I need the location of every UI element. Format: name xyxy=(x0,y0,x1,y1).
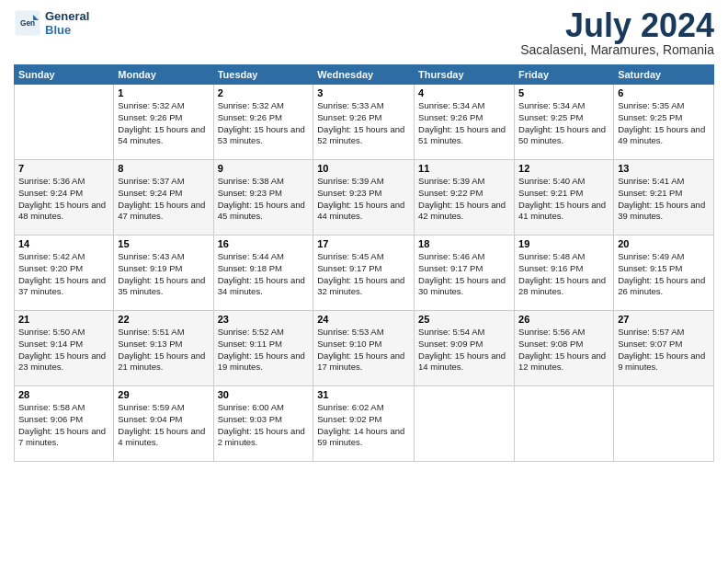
calendar-cell: 1Sunrise: 5:32 AM Sunset: 9:26 PM Daylig… xyxy=(114,85,213,160)
day-info: Sunrise: 5:48 AM Sunset: 9:16 PM Dayligh… xyxy=(518,251,609,298)
day-info: Sunrise: 5:59 AM Sunset: 9:04 PM Dayligh… xyxy=(118,402,209,449)
day-info: Sunrise: 5:57 AM Sunset: 9:07 PM Dayligh… xyxy=(618,327,710,373)
calendar-week-2: 7Sunrise: 5:36 AM Sunset: 9:24 PM Daylig… xyxy=(15,160,714,236)
day-number: 4 xyxy=(418,87,510,98)
calendar-page: Gen General Blue July 2024 Sacalaseni, M… xyxy=(0,0,728,563)
day-number: 31 xyxy=(317,389,410,400)
day-number: 29 xyxy=(118,389,209,400)
day-number: 11 xyxy=(418,163,510,174)
day-number: 18 xyxy=(418,238,510,249)
svg-text:Gen: Gen xyxy=(20,19,35,28)
calendar-cell: 21Sunrise: 5:50 AM Sunset: 9:14 PM Dayli… xyxy=(15,311,114,386)
day-info: Sunrise: 5:39 AM Sunset: 9:22 PM Dayligh… xyxy=(418,176,510,223)
day-number: 20 xyxy=(618,238,710,249)
day-info: Sunrise: 5:54 AM Sunset: 9:09 PM Dayligh… xyxy=(418,327,510,373)
calendar-cell: 24Sunrise: 5:53 AM Sunset: 9:10 PM Dayli… xyxy=(313,311,415,386)
calendar-cell: 3Sunrise: 5:33 AM Sunset: 9:26 PM Daylig… xyxy=(313,85,415,160)
calendar-cell: 23Sunrise: 5:52 AM Sunset: 9:11 PM Dayli… xyxy=(213,311,313,386)
calendar-cell: 6Sunrise: 5:35 AM Sunset: 9:25 PM Daylig… xyxy=(614,85,714,160)
calendar-header-friday: Friday xyxy=(515,65,614,85)
day-number: 12 xyxy=(518,163,609,174)
day-number: 22 xyxy=(118,314,209,325)
day-info: Sunrise: 5:36 AM Sunset: 9:24 PM Dayligh… xyxy=(18,176,109,223)
location-subtitle: Sacalaseni, Maramures, Romania xyxy=(520,42,714,57)
day-number: 9 xyxy=(218,163,310,174)
page-header: Gen General Blue July 2024 Sacalaseni, M… xyxy=(14,9,714,57)
calendar-cell: 4Sunrise: 5:34 AM Sunset: 9:26 PM Daylig… xyxy=(415,85,515,160)
day-number: 21 xyxy=(18,314,109,325)
calendar-cell: 8Sunrise: 5:37 AM Sunset: 9:24 PM Daylig… xyxy=(114,160,213,236)
day-info: Sunrise: 5:33 AM Sunset: 9:26 PM Dayligh… xyxy=(317,100,410,147)
day-info: Sunrise: 5:51 AM Sunset: 9:13 PM Dayligh… xyxy=(118,327,209,373)
day-number: 16 xyxy=(218,238,310,249)
calendar-week-3: 14Sunrise: 5:42 AM Sunset: 9:20 PM Dayli… xyxy=(15,236,714,311)
calendar-cell: 12Sunrise: 5:40 AM Sunset: 9:21 PM Dayli… xyxy=(515,160,614,236)
day-info: Sunrise: 5:34 AM Sunset: 9:25 PM Dayligh… xyxy=(518,100,609,147)
calendar-header-tuesday: Tuesday xyxy=(213,65,313,85)
calendar-week-4: 21Sunrise: 5:50 AM Sunset: 9:14 PM Dayli… xyxy=(15,311,714,386)
day-number: 30 xyxy=(218,389,310,400)
calendar-table: SundayMondayTuesdayWednesdayThursdayFrid… xyxy=(14,64,714,462)
calendar-cell: 9Sunrise: 5:38 AM Sunset: 9:23 PM Daylig… xyxy=(213,160,313,236)
day-number: 1 xyxy=(118,87,209,98)
day-info: Sunrise: 5:34 AM Sunset: 9:26 PM Dayligh… xyxy=(418,100,510,147)
day-info: Sunrise: 5:37 AM Sunset: 9:24 PM Dayligh… xyxy=(118,176,209,223)
day-number: 23 xyxy=(218,314,310,325)
calendar-header-row: SundayMondayTuesdayWednesdayThursdayFrid… xyxy=(15,65,714,85)
month-title: July 2024 xyxy=(520,9,714,42)
day-info: Sunrise: 5:58 AM Sunset: 9:06 PM Dayligh… xyxy=(18,402,109,449)
day-info: Sunrise: 5:50 AM Sunset: 9:14 PM Dayligh… xyxy=(18,327,109,373)
calendar-cell: 16Sunrise: 5:44 AM Sunset: 9:18 PM Dayli… xyxy=(213,236,313,311)
day-info: Sunrise: 5:42 AM Sunset: 9:20 PM Dayligh… xyxy=(18,251,109,298)
day-info: Sunrise: 6:02 AM Sunset: 9:02 PM Dayligh… xyxy=(317,402,410,449)
day-info: Sunrise: 5:49 AM Sunset: 9:15 PM Dayligh… xyxy=(618,251,710,298)
day-info: Sunrise: 5:46 AM Sunset: 9:17 PM Dayligh… xyxy=(418,251,510,298)
calendar-cell: 20Sunrise: 5:49 AM Sunset: 9:15 PM Dayli… xyxy=(614,236,714,311)
calendar-cell xyxy=(415,386,515,462)
day-info: Sunrise: 5:38 AM Sunset: 9:23 PM Dayligh… xyxy=(218,176,310,223)
day-info: Sunrise: 5:35 AM Sunset: 9:25 PM Dayligh… xyxy=(618,100,710,147)
day-number: 19 xyxy=(518,238,609,249)
calendar-cell: 10Sunrise: 5:39 AM Sunset: 9:23 PM Dayli… xyxy=(313,160,415,236)
calendar-header-saturday: Saturday xyxy=(614,65,714,85)
day-number: 26 xyxy=(518,314,609,325)
day-number: 6 xyxy=(618,87,710,98)
calendar-cell: 11Sunrise: 5:39 AM Sunset: 9:22 PM Dayli… xyxy=(415,160,515,236)
day-info: Sunrise: 5:45 AM Sunset: 9:17 PM Dayligh… xyxy=(317,251,410,298)
calendar-week-1: 1Sunrise: 5:32 AM Sunset: 9:26 PM Daylig… xyxy=(15,85,714,160)
calendar-cell: 30Sunrise: 6:00 AM Sunset: 9:03 PM Dayli… xyxy=(213,386,313,462)
day-info: Sunrise: 5:43 AM Sunset: 9:19 PM Dayligh… xyxy=(118,251,209,298)
day-number: 13 xyxy=(618,163,710,174)
day-info: Sunrise: 5:52 AM Sunset: 9:11 PM Dayligh… xyxy=(218,327,310,373)
day-info: Sunrise: 5:39 AM Sunset: 9:23 PM Dayligh… xyxy=(317,176,410,223)
calendar-cell: 7Sunrise: 5:36 AM Sunset: 9:24 PM Daylig… xyxy=(15,160,114,236)
calendar-cell: 27Sunrise: 5:57 AM Sunset: 9:07 PM Dayli… xyxy=(614,311,714,386)
logo-text: General Blue xyxy=(45,9,89,37)
calendar-cell: 14Sunrise: 5:42 AM Sunset: 9:20 PM Dayli… xyxy=(15,236,114,311)
day-number: 24 xyxy=(317,314,410,325)
day-info: Sunrise: 5:40 AM Sunset: 9:21 PM Dayligh… xyxy=(518,176,609,223)
day-number: 14 xyxy=(18,238,109,249)
day-info: Sunrise: 5:32 AM Sunset: 9:26 PM Dayligh… xyxy=(118,100,209,147)
calendar-cell: 15Sunrise: 5:43 AM Sunset: 9:19 PM Dayli… xyxy=(114,236,213,311)
calendar-header-thursday: Thursday xyxy=(415,65,515,85)
calendar-cell: 18Sunrise: 5:46 AM Sunset: 9:17 PM Dayli… xyxy=(415,236,515,311)
day-info: Sunrise: 6:00 AM Sunset: 9:03 PM Dayligh… xyxy=(218,402,310,449)
calendar-week-5: 28Sunrise: 5:58 AM Sunset: 9:06 PM Dayli… xyxy=(15,386,714,462)
calendar-cell: 28Sunrise: 5:58 AM Sunset: 9:06 PM Dayli… xyxy=(15,386,114,462)
day-info: Sunrise: 5:44 AM Sunset: 9:18 PM Dayligh… xyxy=(218,251,310,298)
calendar-cell: 19Sunrise: 5:48 AM Sunset: 9:16 PM Dayli… xyxy=(515,236,614,311)
calendar-cell: 31Sunrise: 6:02 AM Sunset: 9:02 PM Dayli… xyxy=(313,386,415,462)
day-info: Sunrise: 5:53 AM Sunset: 9:10 PM Dayligh… xyxy=(317,327,410,373)
day-number: 25 xyxy=(418,314,510,325)
calendar-header-monday: Monday xyxy=(114,65,213,85)
calendar-cell: 5Sunrise: 5:34 AM Sunset: 9:25 PM Daylig… xyxy=(515,85,614,160)
calendar-cell: 25Sunrise: 5:54 AM Sunset: 9:09 PM Dayli… xyxy=(415,311,515,386)
calendar-cell xyxy=(614,386,714,462)
day-info: Sunrise: 5:56 AM Sunset: 9:08 PM Dayligh… xyxy=(518,327,609,373)
day-info: Sunrise: 5:32 AM Sunset: 9:26 PM Dayligh… xyxy=(218,100,310,147)
day-info: Sunrise: 5:41 AM Sunset: 9:21 PM Dayligh… xyxy=(618,176,710,223)
calendar-cell xyxy=(15,85,114,160)
calendar-cell: 2Sunrise: 5:32 AM Sunset: 9:26 PM Daylig… xyxy=(213,85,313,160)
day-number: 8 xyxy=(118,163,209,174)
